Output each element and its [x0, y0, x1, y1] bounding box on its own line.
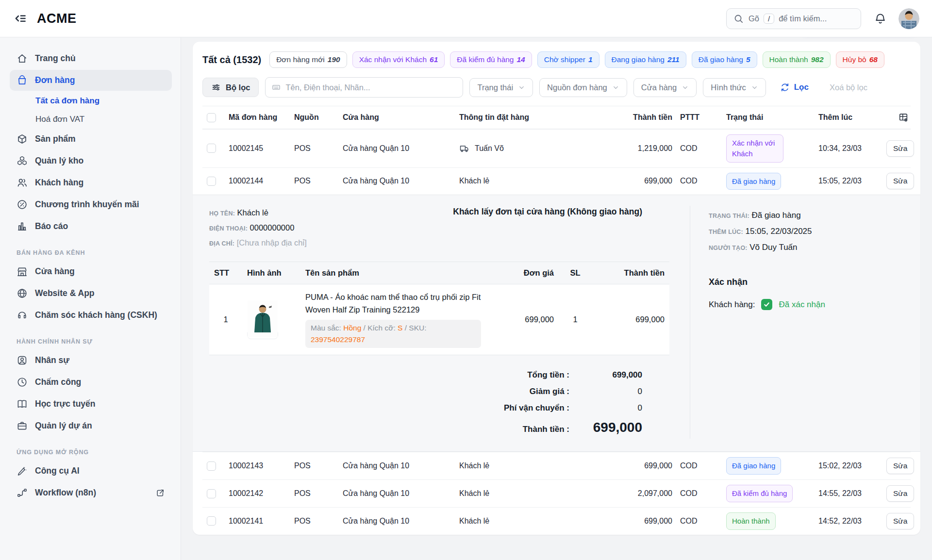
filter-button-label: Bộ lọc: [226, 83, 250, 92]
chip-waiting-shipper[interactable]: Chờ shipper1: [537, 51, 599, 68]
table-row[interactable]: 10002144 POS Cửa hàng Quận 10 Khách lẻ 6…: [202, 167, 911, 195]
edit-order-button[interactable]: Sửa: [886, 458, 914, 474]
chip-delivering[interactable]: Đang giao hàng211: [605, 51, 686, 68]
order-payment: COD: [676, 143, 722, 154]
sidebar-section-hr: HÀNH CHÍNH NHÂN SỰ: [17, 338, 165, 345]
row-checkbox[interactable]: [207, 516, 216, 526]
order-payment: COD: [676, 488, 722, 499]
row-checkbox[interactable]: [207, 461, 216, 471]
sidebar-item-home[interactable]: Trang chủ: [10, 48, 172, 69]
sidebar-item-timesheet[interactable]: Chấm công: [10, 372, 172, 393]
row-checkbox[interactable]: [207, 489, 216, 498]
order-total: 2,097,000: [611, 488, 676, 499]
items-header-row: STT Hình ảnh Tên sản phẩm Đơn giá SL Thà…: [209, 262, 669, 284]
notifications-bell-icon[interactable]: [874, 12, 887, 25]
sliders-icon: [211, 82, 221, 92]
edit-order-button[interactable]: Sửa: [886, 173, 914, 189]
sidebar-item-products[interactable]: Sản phẩm: [10, 129, 172, 149]
global-search-input[interactable]: Gõ / để tìm kiếm...: [726, 8, 861, 29]
col-product-name: Tên sản phẩm: [300, 262, 486, 284]
item-line-total: 699,000: [592, 308, 669, 331]
confirmed-checkbox[interactable]: [761, 299, 772, 310]
store-dropdown[interactable]: Cửa hàng: [633, 78, 697, 97]
chevron-down-icon: [612, 84, 619, 91]
box-icon: [17, 133, 28, 145]
wand-icon: [17, 465, 28, 477]
sidebar-item-label: Sản phẩm: [35, 134, 76, 144]
chip-stock-checked[interactable]: Đã kiểm đủ hàng14: [450, 51, 532, 68]
chip-completed[interactable]: Hoàn thành982: [763, 51, 831, 68]
status-badge: Hoàn thành: [726, 512, 776, 530]
order-search-input[interactable]: [285, 83, 457, 92]
col-order-id: Mã đơn hàng: [225, 112, 290, 123]
user-avatar[interactable]: [899, 8, 919, 29]
row-checkbox[interactable]: [207, 177, 216, 186]
order-payment: COD: [676, 516, 722, 527]
column-settings-icon[interactable]: [898, 112, 909, 123]
chip-cancelled[interactable]: Hủy bỏ68: [836, 51, 884, 68]
sidebar-item-customer-care[interactable]: Chăm sóc khách hàng (CSKH): [10, 305, 172, 326]
sidebar-section-multichannel: BÁN HÀNG ĐA KÊNH: [17, 249, 165, 256]
search-shortcut-key: /: [764, 14, 774, 24]
shipping-fee-value: 0: [584, 403, 642, 413]
discount-label: Giảm giá :: [530, 387, 569, 396]
sidebar-subitem-vat-invoice[interactable]: Hoá đơn VAT: [10, 110, 172, 129]
filter-button[interactable]: Bộ lọc: [202, 78, 259, 97]
chip-delivered[interactable]: Đã giao hàng5: [692, 51, 757, 68]
sidebar-item-ai-tools[interactable]: Công cụ AI: [10, 461, 172, 481]
select-all-checkbox[interactable]: [207, 113, 216, 122]
chevron-down-icon: [751, 84, 758, 91]
customer-phone: 0000000000: [250, 223, 295, 232]
sidebar-item-website-app[interactable]: Website & App: [10, 283, 172, 304]
chip-confirm-with-customer[interactable]: Xác nhận với Khách61: [352, 51, 445, 68]
sidebar-section-extensions: ỨNG DỤNG MỞ RỘNG: [17, 449, 165, 456]
apply-filter-button[interactable]: Lọc: [780, 82, 809, 92]
sidebar-item-customers[interactable]: Khách hàng: [10, 172, 172, 193]
grand-total-label: Thành tiền :: [523, 425, 569, 434]
sidebar-item-label: Website & App: [35, 288, 95, 298]
sidebar-item-orders[interactable]: Đơn hàng: [10, 70, 172, 91]
col-added-at: Thêm lúc: [815, 112, 882, 123]
order-type-dropdown[interactable]: Hình thức: [703, 78, 766, 97]
sidebar-item-label: Công cụ AI: [35, 466, 80, 476]
users-icon: [17, 177, 28, 188]
clock-icon: [17, 377, 28, 388]
chip-new-orders[interactable]: Đơn hàng mới190: [269, 51, 347, 68]
sidebar-subitem-all-orders[interactable]: Tất cả đơn hàng: [10, 92, 172, 110]
table-row[interactable]: 10002145 POS Cửa hàng Quận 10 Tuấn Võ 1,…: [202, 129, 911, 167]
col-line-total: Thành tiền: [592, 262, 669, 284]
clear-filters-button[interactable]: Xoá bộ lọc: [830, 83, 867, 92]
sidebar-item-projects[interactable]: Quản lý dự án: [10, 415, 172, 436]
sidebar-item-promotions[interactable]: Chương trình khuyến mãi: [10, 194, 172, 215]
customer-name: Khách lẻ: [237, 208, 268, 217]
order-store: Cửa hàng Quận 10: [339, 488, 455, 499]
table-row[interactable]: 10002141 POS Cửa hàng Quận 10 Khách lẻ 6…: [202, 507, 911, 535]
edit-order-button[interactable]: Sửa: [886, 513, 914, 529]
sidebar-item-reports[interactable]: Báo cáo: [10, 216, 172, 237]
pickup-note: Khách lấy đơn tại cửa hàng (Không giao h…: [453, 206, 642, 251]
sidebar-collapse-icon[interactable]: [13, 11, 27, 26]
workflow-icon: [17, 487, 28, 498]
customer-address: [Chưa nhập địa chỉ]: [237, 238, 307, 247]
brand-logo: ACME: [37, 11, 77, 26]
sidebar-item-workflow-n8n[interactable]: Workflow (n8n): [10, 482, 172, 503]
row-checkbox[interactable]: [207, 144, 216, 153]
edit-order-button[interactable]: Sửa: [886, 140, 914, 157]
briefcase-icon: [17, 420, 28, 431]
status-badge: Xác nhận với Khách: [726, 134, 783, 163]
order-payment: COD: [676, 461, 722, 471]
sidebar-item-elearning[interactable]: Học trực tuyến: [10, 394, 172, 414]
item-qty: 1: [559, 308, 592, 331]
table-row[interactable]: 10002143 POS Cửa hàng Quận 10 Khách lẻ 6…: [202, 452, 911, 479]
all-orders-count: Tất cả (1532): [202, 54, 261, 66]
sidebar-item-inventory[interactable]: Quản lý kho: [10, 150, 172, 171]
edit-order-button[interactable]: Sửa: [886, 485, 914, 502]
sidebar-item-label: Nhân sự: [35, 355, 69, 365]
sidebar-item-stores[interactable]: Cửa hàng: [10, 261, 172, 282]
order-source-dropdown[interactable]: Nguồn đơn hàng: [539, 78, 627, 97]
avatar-image: [899, 8, 919, 29]
status-dropdown[interactable]: Trạng thái: [469, 78, 533, 97]
sidebar-item-hr[interactable]: Nhân sự: [10, 350, 172, 371]
order-customer: Khách lẻ: [459, 489, 489, 498]
table-row[interactable]: 10002142 POS Cửa hàng Quận 10 Khách lẻ 2…: [202, 479, 911, 507]
